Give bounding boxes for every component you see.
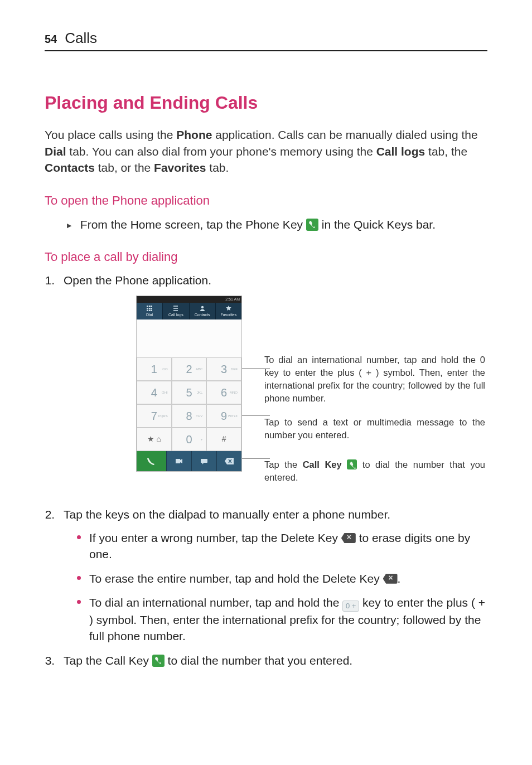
phone-tabs: Dial Call logs Contacts Favorites (137, 303, 241, 319)
call-key-icon (152, 655, 165, 667)
text: ) symbol. Then, enter the international … (89, 613, 481, 642)
text-bold: Delete Key (322, 572, 380, 585)
callout-international: To dial an international number, tap and… (264, 354, 485, 405)
dial-key-9[interactable]: 9WXYZ (206, 404, 241, 428)
text: in the Quick Keys bar. (318, 218, 436, 231)
delete-key-icon (383, 574, 398, 584)
text: application. Calls can be manually diale… (212, 128, 477, 141)
text-bold: Favorites (154, 161, 206, 174)
intro-paragraph: You place calls using the Phone applicat… (45, 127, 487, 176)
dial-key-6[interactable]: 6MNO (206, 381, 241, 404)
text-bold: Phone (176, 128, 212, 141)
text: Tap the (64, 654, 105, 667)
phone-screenshot: 2:51 AM Dial Call logs Contacts (136, 296, 242, 472)
svg-rect-6 (147, 310, 148, 311)
text: To erase the entire number, tap and hold… (89, 572, 322, 585)
page-title: Placing and Ending Calls (45, 90, 487, 115)
phone-statusbar: 2:51 AM (137, 296, 241, 303)
text: application. (149, 274, 211, 287)
svg-rect-10 (176, 459, 180, 463)
step-2: Tap the keys on the dialpad to manually … (58, 506, 487, 644)
text: From the Home screen, tap the (80, 218, 245, 231)
text-bold: Contacts (45, 161, 95, 174)
svg-rect-11 (201, 459, 207, 463)
step-3: Tap the Call Key to dial the number that… (58, 652, 487, 669)
zero-key-icon: 0 + (342, 601, 359, 612)
figure-callouts: To dial an international number, tap and… (264, 296, 487, 496)
text: tab. (206, 161, 229, 174)
dial-key-4[interactable]: 4GHI (137, 381, 172, 404)
svg-point-9 (201, 306, 203, 308)
svg-rect-1 (149, 306, 151, 307)
svg-rect-5 (151, 308, 152, 309)
text: key to enter the plus ( (359, 596, 478, 609)
text: to dial the number that you entered. (165, 654, 352, 667)
phone-number-display (137, 319, 241, 357)
dialing-steps-list: Open the Phone application. 2:51 AM Dial… (45, 272, 487, 669)
dial-key-star[interactable]: ★ ⌂ (137, 428, 172, 451)
phone-call-row (137, 451, 241, 471)
tab-label: Contacts (195, 313, 210, 317)
phone-message-button[interactable] (191, 451, 216, 471)
svg-rect-8 (151, 310, 152, 311)
subheading-place-call: To place a call by dialing (45, 249, 487, 266)
page-number: 54 (45, 31, 57, 47)
dial-key-7[interactable]: 7PQRS (137, 404, 172, 428)
svg-rect-4 (149, 308, 151, 309)
phone-tab-dial[interactable]: Dial (137, 303, 163, 319)
text: Open the (64, 274, 115, 287)
section-title: Calls (65, 28, 97, 48)
svg-rect-0 (147, 306, 148, 307)
dial-key-1[interactable]: 1OO (137, 357, 172, 381)
text: If you enter a wrong number, tap the (89, 531, 280, 544)
phone-tab-favorites[interactable]: Favorites (216, 303, 241, 319)
phone-figure: 2:51 AM Dial Call logs Contacts (136, 296, 487, 496)
open-phone-step: From the Home screen, tap the Phone Key … (45, 216, 487, 233)
text: Tap the keys on the dialpad to manually … (64, 508, 390, 521)
text-bold: + (478, 596, 485, 609)
text-bold: Call Key (105, 654, 149, 667)
text: You place calls using the (45, 128, 176, 141)
svg-rect-3 (147, 308, 148, 309)
text: . (398, 572, 401, 585)
dial-key-pound[interactable]: # (206, 428, 241, 451)
phone-key-icon (306, 219, 318, 231)
subheading-open-phone: To open the Phone application (45, 192, 487, 210)
phone-tab-calllogs[interactable]: Call logs (163, 303, 189, 319)
phone-video-call-button[interactable] (166, 451, 191, 471)
text-bold: Call Key (303, 459, 342, 469)
tab-label: Favorites (220, 313, 236, 317)
phone-dialpad: 1OO 2ABC 3DEF 4GHI 5JKL 6MNO 7PQRS 8TUV … (137, 357, 241, 451)
bullet-international: To dial an international number, tap and… (77, 594, 487, 645)
svg-rect-2 (151, 306, 152, 307)
text-bold: Phone Key (245, 218, 303, 231)
dial-key-0[interactable]: 0+ (172, 428, 207, 451)
text-bold: Call logs (376, 145, 425, 158)
tab-label: Call logs (168, 313, 183, 317)
dial-key-5[interactable]: 5JKL (172, 381, 207, 404)
dial-key-3[interactable]: 3DEF (206, 357, 241, 381)
text-bold: Dial (45, 145, 66, 158)
phone-tab-contacts[interactable]: Contacts (190, 303, 216, 319)
bullet-wrong-number: If you enter a wrong number, tap the Del… (77, 530, 487, 563)
text: tab, or the (95, 161, 154, 174)
step-1: Open the Phone application. 2:51 AM Dial… (58, 272, 487, 495)
bullet-erase-entire: To erase the entire number, tap and hold… (77, 570, 487, 587)
dial-key-8[interactable]: 8TUV (172, 404, 207, 428)
text: Tap the (264, 459, 303, 469)
dial-key-2[interactable]: 2ABC (172, 357, 207, 381)
call-key-icon (347, 459, 357, 469)
delete-key-icon (341, 533, 356, 543)
text-bold: Phone (115, 274, 149, 287)
step-2-bullets: If you enter a wrong number, tap the Del… (64, 530, 487, 645)
phone-delete-button[interactable] (216, 451, 241, 471)
callout-call-key: Tap the Call Key to dial the number that… (264, 458, 485, 484)
tab-label: Dial (146, 313, 153, 317)
text: To dial an international number, tap and… (89, 596, 342, 609)
callout-message: Tap to send a text or multimedia message… (264, 416, 485, 442)
phone-call-button[interactable] (137, 451, 166, 471)
text: tab, the (425, 145, 467, 158)
svg-rect-7 (149, 310, 151, 311)
page-header: 54 Calls (45, 28, 487, 51)
text: tab. You can also dial from your phone's… (66, 145, 376, 158)
